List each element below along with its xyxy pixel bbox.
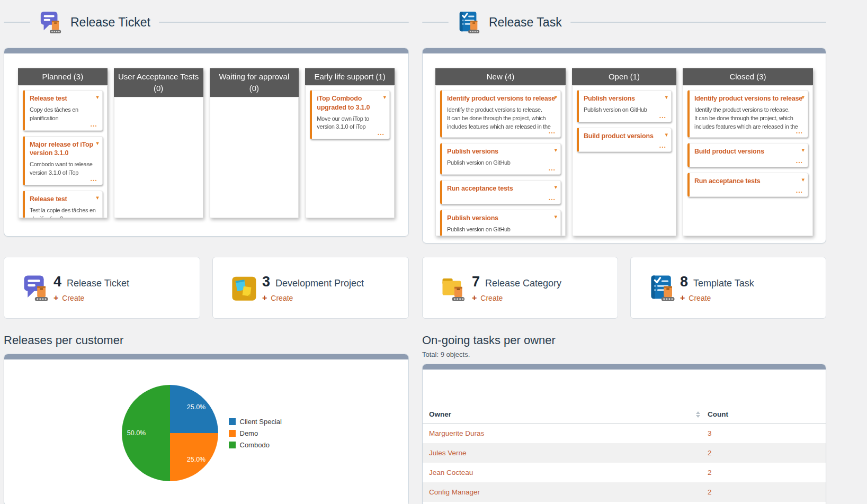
chevron-down-icon[interactable]: ▾: [96, 94, 99, 100]
count-link[interactable]: 3: [708, 429, 826, 437]
card-title[interactable]: Run acceptance tests: [447, 184, 556, 193]
sort-icon[interactable]: [696, 411, 700, 418]
create-label[interactable]: Create: [480, 294, 503, 302]
ellipsis-menu-icon[interactable]: •••: [796, 190, 803, 194]
release-task-kanban: New (4) Identify product versions to rel…: [423, 53, 826, 236]
object-label[interactable]: Release Ticket: [67, 278, 129, 289]
chevron-down-icon[interactable]: ▾: [801, 147, 805, 153]
object-count: 3: [262, 274, 270, 290]
card-title[interactable]: Publish versions: [447, 214, 556, 223]
pie-chart-wrap: 25.0% 25.0% 50.0%: [122, 385, 218, 481]
column-header: New (4): [435, 68, 566, 85]
kanban-card[interactable]: Release test ▾ Test la copie des tâches …: [23, 191, 103, 218]
card-title[interactable]: Release test: [30, 94, 98, 103]
kanban-column-waiting-for-approval: Waiting for approval (0): [210, 68, 299, 218]
kanban-card[interactable]: iTop Combodo upgraded to 3.1.0 ▾ Move ou…: [310, 90, 390, 140]
ellipsis-menu-icon[interactable]: •••: [549, 130, 556, 135]
chevron-down-icon[interactable]: ▾: [96, 140, 99, 146]
column-header: Early life support (1): [305, 68, 395, 85]
card-title[interactable]: iTop Combodo upgraded to 3.1.0: [317, 94, 385, 112]
kanban-card[interactable]: Run acceptance tests ▾ •••: [440, 180, 561, 204]
column-header: Planned (3): [18, 68, 108, 85]
ellipsis-menu-icon[interactable]: •••: [549, 197, 556, 202]
kanban-card[interactable]: Publish versions ▾ Publish version on Gi…: [440, 210, 561, 236]
ellipsis-menu-icon[interactable]: •••: [91, 123, 97, 128]
kanban-card[interactable]: Build product versions ▾ •••: [577, 128, 672, 152]
owner-link[interactable]: Config Manager: [423, 488, 708, 496]
card-title[interactable]: Publish versions: [447, 147, 556, 156]
column-header-count[interactable]: Count: [708, 410, 826, 418]
card-description: Publish version on GitHub: [447, 159, 556, 167]
object-label[interactable]: Template Task: [693, 278, 754, 289]
chevron-down-icon[interactable]: ▾: [96, 195, 99, 201]
kanban-card[interactable]: Major release of iTop version 3.1.0 ▾ Co…: [23, 136, 103, 186]
legend-item: Demo: [229, 429, 291, 437]
object-count: 4: [53, 274, 61, 290]
count-link[interactable]: 2: [708, 469, 826, 476]
kanban-column-user-acceptance-tests: User Acceptance Tests (0): [114, 68, 203, 218]
object-label[interactable]: Development Project: [275, 278, 364, 289]
chevron-down-icon[interactable]: ▾: [554, 184, 557, 190]
chevron-down-icon[interactable]: ▾: [665, 94, 668, 100]
create-development-project-link[interactable]: + Create: [262, 294, 364, 302]
card-description: Publish version on GitHub: [447, 226, 556, 234]
summary-cards-left: 4 Release Ticket + Create 3: [4, 257, 409, 319]
ellipsis-menu-icon[interactable]: •••: [659, 115, 666, 120]
chevron-down-icon[interactable]: ▾: [801, 177, 805, 183]
card-title[interactable]: Publish versions: [584, 94, 667, 103]
kanban-card[interactable]: Build product versions ▾ •••: [687, 143, 808, 167]
ellipsis-menu-icon[interactable]: •••: [796, 160, 803, 165]
create-label[interactable]: Create: [62, 294, 84, 302]
column-header: Open (1): [572, 68, 676, 85]
divider: [422, 22, 449, 23]
column-header: Waiting for approval (0): [210, 68, 299, 97]
create-label[interactable]: Create: [689, 294, 711, 302]
card-title[interactable]: Identify product versions to release: [447, 94, 556, 103]
divider: [4, 22, 30, 23]
card-title[interactable]: Build product versions: [694, 147, 803, 156]
ellipsis-menu-icon[interactable]: •••: [796, 130, 803, 135]
pie-slice-label: 25.0%: [187, 456, 205, 463]
kanban-card[interactable]: Identify product versions to release ▾ I…: [440, 90, 561, 138]
legend-item: Client Special: [229, 418, 291, 426]
owner-link[interactable]: Jean Cocteau: [423, 469, 708, 476]
chevron-down-icon[interactable]: ▾: [665, 132, 668, 138]
card-title[interactable]: Run acceptance tests: [694, 177, 803, 186]
object-label[interactable]: Release Category: [485, 278, 561, 289]
ellipsis-menu-icon[interactable]: •••: [549, 167, 556, 172]
ellipsis-menu-icon[interactable]: •••: [659, 145, 666, 149]
release-task-board-panel: New (4) Identify product versions to rel…: [422, 48, 826, 244]
panel-top-bar: [4, 48, 408, 53]
card-title[interactable]: Build product versions: [584, 132, 667, 141]
owner-link[interactable]: Marguerite Duras: [423, 429, 708, 437]
chevron-down-icon[interactable]: ▾: [801, 94, 805, 100]
kanban-card[interactable]: Publish versions ▾ Publish version on Gi…: [440, 143, 561, 175]
chevron-down-icon[interactable]: ▾: [554, 147, 557, 153]
chevron-down-icon[interactable]: ▾: [383, 94, 386, 100]
kanban-card[interactable]: Release test ▾ Copy des tâches en planif…: [23, 90, 103, 131]
card-title[interactable]: Identify product versions to release: [694, 94, 803, 103]
create-release-category-link[interactable]: + Create: [472, 294, 561, 302]
kanban-card[interactable]: Identify product versions to release ▾ I…: [687, 90, 808, 138]
create-template-task-link[interactable]: + Create: [680, 294, 754, 302]
plus-icon: +: [53, 294, 58, 302]
ellipsis-menu-icon[interactable]: •••: [549, 235, 556, 236]
release-task-icon: [457, 10, 481, 34]
kanban-card[interactable]: Publish versions ▾ Publish version on Gi…: [577, 90, 672, 122]
ellipsis-menu-icon[interactable]: •••: [378, 132, 385, 137]
create-release-ticket-link[interactable]: + Create: [53, 294, 129, 302]
kanban-column-closed: Closed (3) Identify product versions to …: [683, 68, 813, 236]
ellipsis-menu-icon[interactable]: •••: [91, 178, 97, 183]
table-row: Marguerite Duras 3: [423, 424, 826, 443]
create-label[interactable]: Create: [271, 294, 293, 302]
count-link[interactable]: 2: [708, 488, 826, 496]
column-header-owner[interactable]: Owner: [429, 410, 451, 418]
owner-link[interactable]: Jules Verne: [423, 449, 708, 457]
card-title[interactable]: Release test: [30, 195, 98, 204]
chevron-down-icon[interactable]: ▾: [554, 94, 557, 100]
kanban-column-early-life-support: Early life support (1) iTop Combodo upgr…: [305, 68, 395, 218]
count-link[interactable]: 2: [708, 449, 826, 457]
chevron-down-icon[interactable]: ▾: [554, 214, 557, 220]
kanban-card[interactable]: Run acceptance tests ▾ •••: [687, 173, 808, 197]
card-title[interactable]: Major release of iTop version 3.1.0: [30, 140, 98, 158]
